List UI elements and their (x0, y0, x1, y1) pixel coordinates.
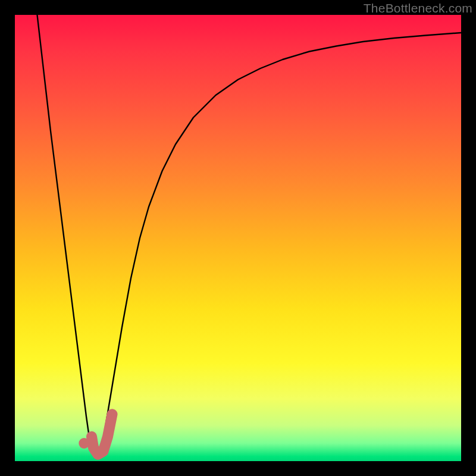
plot-area (15, 15, 461, 461)
hook-stroke (92, 414, 112, 455)
chart-frame: TheBottleneck.com (0, 0, 476, 476)
watermark-text: TheBottleneck.com (364, 1, 472, 15)
bottleneck-curve (37, 15, 462, 457)
curve-layer (15, 15, 461, 461)
marker-dot (79, 438, 89, 449)
